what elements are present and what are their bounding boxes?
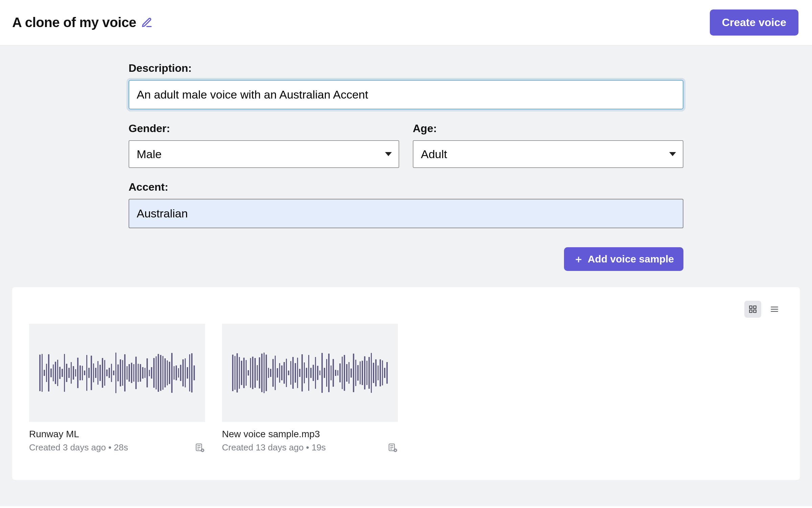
add-sample-label: Add voice sample xyxy=(588,253,674,265)
waveform-preview xyxy=(222,324,398,422)
gender-select[interactable]: Male xyxy=(129,140,399,168)
svg-rect-0 xyxy=(749,306,752,309)
svg-rect-2 xyxy=(753,310,756,313)
samples-panel: Runway ML Created 3 days ago • 28s xyxy=(12,287,800,480)
description-input[interactable] xyxy=(129,80,683,109)
sample-meta: Created 13 days ago • 19s xyxy=(222,442,326,453)
grid-icon xyxy=(748,305,757,314)
sample-card[interactable]: New voice sample.mp3 Created 13 days ago… xyxy=(222,324,398,453)
accent-input[interactable] xyxy=(129,199,683,228)
sample-card[interactable]: Runway ML Created 3 days ago • 28s xyxy=(29,324,205,453)
sample-settings-icon[interactable] xyxy=(195,443,205,453)
list-view-button[interactable] xyxy=(766,301,783,318)
add-voice-sample-button[interactable]: ＋ Add voice sample xyxy=(564,247,683,271)
gender-label: Gender: xyxy=(129,122,399,135)
accent-label: Accent: xyxy=(129,181,683,193)
svg-rect-3 xyxy=(749,310,752,313)
svg-rect-1 xyxy=(753,306,756,309)
list-icon xyxy=(770,305,779,314)
title-area: A clone of my voice xyxy=(12,15,153,30)
create-voice-button[interactable]: Create voice xyxy=(710,9,798,36)
edit-icon[interactable] xyxy=(141,17,153,28)
sample-title: New voice sample.mp3 xyxy=(222,429,398,440)
sample-title: Runway ML xyxy=(29,429,205,440)
plus-icon: ＋ xyxy=(573,254,584,264)
page-title: A clone of my voice xyxy=(12,15,136,30)
waveform-preview xyxy=(29,324,205,422)
description-label: Description: xyxy=(129,62,683,75)
age-select[interactable]: Adult xyxy=(413,140,683,168)
sample-meta: Created 3 days ago • 28s xyxy=(29,442,128,453)
grid-view-button[interactable] xyxy=(744,301,761,318)
sample-settings-icon[interactable] xyxy=(388,443,398,453)
age-label: Age: xyxy=(413,122,683,135)
